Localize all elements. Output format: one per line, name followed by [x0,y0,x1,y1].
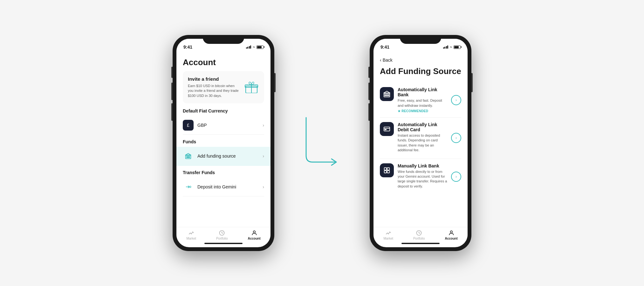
signal-bar-3 [249,46,250,49]
svg-rect-13 [388,95,389,96]
status-bar-left: 9:41 ≈ [176,39,271,53]
invite-gift-icon [244,82,259,93]
auto-debit-title: Automatically Link Debit Card [398,122,447,132]
manual-bank-desc: Wire funds directly to or from your Gemi… [398,169,447,189]
manual-bank-icon [380,163,394,177]
signal-icon [246,45,251,49]
svg-rect-4 [187,157,188,158]
battery-icon-right [454,45,461,49]
back-label: Back [383,58,393,63]
gbp-text: GBP [197,123,263,128]
flow-arrow [300,111,344,175]
account-label-right: Account [445,237,458,240]
auto-debit-icon [380,122,394,136]
wifi-icon-right: ≈ [450,45,452,49]
phone-left: 9:41 ≈ Account [173,35,274,251]
home-indicator-left [176,241,271,247]
portfolio-label-right: Portfolio [413,237,425,240]
phone-mute-button [171,67,173,78]
deposit-gemini-text: Deposit into Gemini [197,184,263,189]
invite-description: Earn $10 USD in bitcoin when you invite … [188,84,239,98]
signal-bar-r4 [447,45,448,49]
svg-rect-16 [385,129,387,130]
funds-label: Funds [183,139,264,144]
market-label-left: Market [186,237,196,240]
svg-rect-6 [189,157,190,158]
battery-fill [257,46,262,48]
auto-bank-arrow-icon[interactable]: › [451,95,461,105]
bottom-nav-left: Market Portfolio Account [176,227,271,241]
signal-bar-r3 [446,46,447,49]
phone-left-screen: 9:41 ≈ Account [176,39,271,247]
add-funding-title: Add Funding Source [380,66,461,76]
manual-bank-option[interactable]: Manually Link Bank Wire funds directly t… [380,159,461,195]
auto-debit-content: Automatically Link Debit Card Instant ac… [398,122,447,154]
nav-portfolio-right[interactable]: Portfolio [413,230,425,240]
gbp-icon: £ [183,120,194,131]
back-chevron-icon: ‹ [380,58,381,63]
svg-rect-19 [384,170,387,173]
svg-rect-20 [387,170,389,173]
svg-rect-5 [188,157,189,158]
back-nav[interactable]: ‹ Back [380,56,461,66]
deposit-gemini-item[interactable]: Deposit into Gemini › [183,178,264,196]
battery-icon [257,45,264,49]
portfolio-icon-left [219,230,225,236]
gbp-chevron-icon: › [263,123,264,128]
invite-card[interactable]: Invite a friend Earn $10 USD in bitcoin … [183,71,264,103]
battery-fill-right [454,46,459,48]
invite-title: Invite a friend [188,76,239,82]
funding-source-bank-icon [183,151,194,161]
auto-debit-arrow-icon[interactable]: › [451,133,461,143]
phone-right-volume-up-button [368,83,370,100]
home-bar-right [401,243,440,244]
market-icon-right [385,230,392,236]
svg-point-22 [450,231,452,233]
home-indicator-right [373,241,468,247]
recommended-badge: ★ RECOMMENDED [398,109,447,113]
auto-debit-option[interactable]: Automatically Link Debit Card Instant ac… [380,118,461,159]
transfer-funds-label: Transfer Funds [183,170,264,175]
phone-right-mute-button [368,67,370,78]
add-funding-chevron-icon: › [263,153,264,159]
phone-right: 9:41 ≈ ‹ [370,35,471,251]
manual-bank-arrow-icon[interactable]: › [451,172,461,182]
market-icon-left [188,230,195,236]
svg-rect-11 [385,95,386,96]
arrow-container [300,111,344,175]
nav-account-right[interactable]: Account [445,230,458,240]
recommended-text: RECOMMENDED [401,109,428,113]
signal-bar-4 [250,45,251,49]
manual-bank-content: Manually Link Bank Wire funds directly t… [398,163,447,190]
gbp-list-item[interactable]: £ GBP › [183,116,264,135]
nav-account-left[interactable]: Account [248,230,261,240]
deposit-icon [183,181,194,192]
auto-bank-content: Automatically Link Bank Free, easy, and … [398,87,447,113]
phone-right-screen: 9:41 ≈ ‹ [373,39,468,247]
auto-bank-icon [380,87,394,101]
account-title-section: Account [183,56,264,71]
nav-portfolio-left[interactable]: Portfolio [216,230,228,240]
recommended-star-icon: ★ [398,109,401,113]
fiat-currency-label: Default Fiat Currency [183,108,264,113]
phone-volume-up-button [171,83,173,100]
status-bar-right: 9:41 ≈ [373,39,468,53]
signal-icon-right [443,45,449,49]
add-funding-source-item[interactable]: Add funding source › [176,147,271,166]
portfolio-icon-right [416,230,422,236]
deposit-chevron-icon: › [263,184,264,189]
nav-market-left[interactable]: Market [186,230,196,240]
svg-rect-14 [384,127,390,131]
account-page-title: Account [183,58,216,67]
account-label-left: Account [248,237,261,240]
auto-bank-option[interactable]: Automatically Link Bank Free, easy, and … [380,83,461,118]
account-icon-right [448,230,455,236]
signal-bar-1 [246,47,247,49]
auto-bank-desc: Free, easy, and fast. Deposit and withdr… [398,98,447,108]
status-time-left: 9:41 [183,44,192,50]
wifi-icon: ≈ [253,45,255,49]
auto-debit-desc: Instant access to deposited funds. Depen… [398,133,447,153]
nav-market-right[interactable]: Market [383,230,393,240]
bottom-nav-right: Market Portfolio Account [373,227,468,241]
signal-bar-r1 [443,47,444,49]
